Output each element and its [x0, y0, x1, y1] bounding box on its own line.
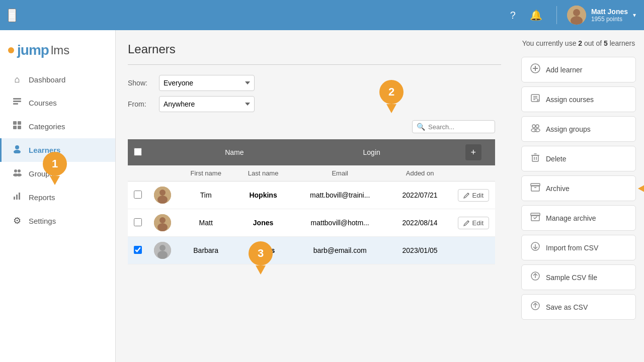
- sample-csv-label: Sample CSV file: [546, 274, 597, 282]
- sidebar-item-groups[interactable]: Groups: [0, 162, 115, 186]
- select-all-checkbox[interactable]: [134, 148, 142, 156]
- svg-point-26: [159, 245, 166, 251]
- row-checkbox-cell: [128, 209, 148, 237]
- sample-csv-icon: [530, 271, 541, 284]
- table-row: BarbaraWoodsbarb@email.com2023/01/05: [128, 237, 495, 264]
- courses-icon: [12, 97, 23, 109]
- table-subheader-row: First name Last name Email Added on: [128, 165, 495, 182]
- svg-rect-48: [531, 213, 540, 216]
- avatar: [154, 214, 171, 231]
- assign-groups-button[interactable]: Assign groups: [521, 116, 636, 142]
- assign-courses-label: Assign courses: [546, 96, 594, 104]
- add-learner-icon: [530, 63, 541, 76]
- import-csv-label: Import from CSV: [546, 244, 598, 252]
- filter-show-row: Show: Everyone Active Inactive: [128, 75, 501, 91]
- delete-button[interactable]: Delete: [521, 146, 636, 171]
- row-avatar-cell: [148, 237, 177, 264]
- table-container: Name Login + First name Last name Email …: [128, 139, 495, 264]
- add-learner-button[interactable]: Add learner: [521, 57, 636, 82]
- filter-show-select[interactable]: Everyone Active Inactive: [159, 75, 255, 91]
- manage-archive-label: Manage archive: [546, 214, 596, 222]
- header-divider: [556, 6, 557, 24]
- search-icon: 🔍: [417, 123, 425, 131]
- svg-rect-17: [16, 195, 18, 200]
- row-action-cell: [452, 237, 495, 264]
- row-lastname: Hopkins: [234, 182, 291, 209]
- usage-current: 2: [578, 39, 582, 47]
- user-info: Matt Jones 1955 points: [591, 8, 628, 23]
- td-sub-lastname: Last name: [234, 165, 291, 182]
- user-name: Matt Jones: [591, 8, 628, 16]
- row-added-on: 2022/08/14: [388, 209, 452, 237]
- assign-courses-button[interactable]: Assign courses: [521, 86, 636, 112]
- svg-rect-39: [532, 155, 538, 161]
- logo-dot: [8, 47, 14, 53]
- sidebar-item-dashboard[interactable]: ⌂ Dashboard: [0, 68, 115, 91]
- row-lastname: Woods: [234, 237, 291, 264]
- save-csv-button[interactable]: Save as CSV: [521, 294, 636, 320]
- settings-icon: ⚙: [12, 215, 23, 226]
- manage-archive-icon: [530, 212, 541, 224]
- row-firstname: Tim: [177, 182, 234, 209]
- bell-icon[interactable]: 🔔: [526, 5, 546, 25]
- svg-point-23: [159, 217, 166, 223]
- edit-button[interactable]: Edit: [458, 189, 489, 202]
- edit-button[interactable]: Edit: [458, 217, 489, 229]
- table-row: MattJonesmattbovill@hotm...2022/08/14 Ed…: [128, 209, 495, 237]
- svg-rect-9: [18, 126, 21, 129]
- row-avatar-cell: [148, 182, 177, 209]
- th-add-col: +: [452, 139, 495, 165]
- main-layout: jump lms ⌂ Dashboard Courses: [0, 30, 644, 362]
- sidebar-item-learners[interactable]: Learners: [0, 138, 115, 162]
- delete-label: Delete: [546, 155, 566, 163]
- row-checkbox-cell: [128, 237, 148, 264]
- filter-from-select[interactable]: Anywhere Local Remote: [159, 96, 255, 112]
- user-points: 1955 points: [591, 16, 628, 23]
- archive-button[interactable]: Archive: [521, 175, 636, 201]
- row-checkbox[interactable]: [134, 218, 142, 226]
- row-email: mattbovill@hotm...: [292, 209, 388, 237]
- sidebar-item-courses[interactable]: Courses: [0, 91, 115, 115]
- sidebar-item-reports[interactable]: Reports: [0, 186, 115, 209]
- archive-icon: [530, 182, 541, 195]
- import-csv-button[interactable]: Import from CSV: [521, 235, 636, 260]
- user-menu[interactable]: Matt Jones 1955 points ▾: [567, 6, 636, 25]
- row-checkbox[interactable]: [134, 191, 142, 199]
- svg-point-27: [157, 251, 168, 259]
- td-sub-email: Email: [292, 165, 388, 182]
- table-header-row: Name Login +: [128, 139, 495, 165]
- td-sub-checkbox: [128, 165, 148, 182]
- th-login: Login: [292, 139, 452, 165]
- svg-point-20: [159, 190, 166, 196]
- svg-point-38: [535, 129, 540, 132]
- archive-label: Archive: [546, 185, 570, 193]
- search-bar: 🔍: [128, 120, 495, 133]
- add-learner-label: Add learner: [546, 66, 582, 74]
- help-icon[interactable]: ?: [506, 6, 520, 25]
- svg-rect-5: [13, 103, 18, 105]
- sidebar-item-categories[interactable]: Categories: [0, 115, 115, 138]
- avatar: [154, 242, 171, 259]
- manage-archive-button[interactable]: Manage archive: [521, 205, 636, 231]
- content-area: Learners Show: Everyone Active Inactive …: [116, 30, 513, 362]
- logo-lms: lms: [51, 43, 69, 57]
- svg-point-11: [14, 150, 21, 153]
- sidebar-item-settings[interactable]: ⚙ Settings: [0, 209, 115, 232]
- filter-show-label: Show:: [128, 79, 153, 87]
- td-sub-addedon: Added on: [388, 165, 452, 182]
- row-checkbox[interactable]: [134, 246, 142, 254]
- menu-icon[interactable]: ≡: [8, 9, 16, 22]
- td-sub-action: [452, 165, 495, 182]
- add-column-button[interactable]: +: [465, 144, 481, 160]
- sidebar: jump lms ⌂ Dashboard Courses: [0, 30, 116, 362]
- svg-rect-3: [13, 98, 21, 100]
- search-input[interactable]: [428, 123, 491, 131]
- sample-csv-button[interactable]: Sample CSV file: [521, 264, 636, 290]
- th-avatar: [148, 139, 177, 165]
- home-icon: ⌂: [12, 74, 23, 85]
- svg-point-13: [18, 169, 21, 172]
- usage-total: 5: [604, 39, 608, 47]
- row-lastname: Jones: [234, 209, 291, 237]
- filters: Show: Everyone Active Inactive From: Any…: [128, 75, 501, 112]
- learners-table: Name Login + First name Last name Email …: [128, 139, 495, 264]
